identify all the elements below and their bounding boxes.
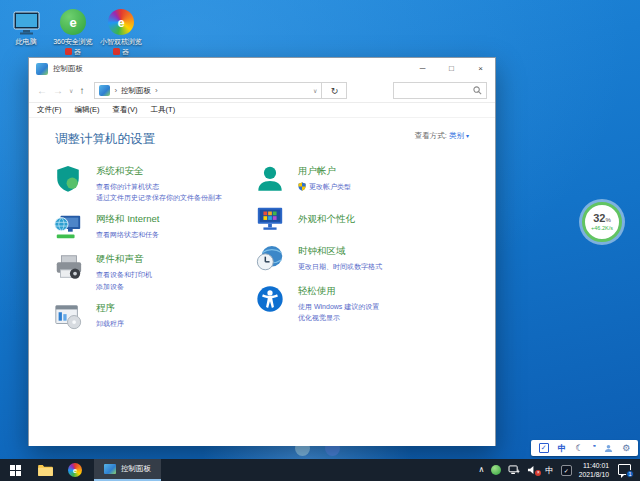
menu-file[interactable]: 文件(F) [37, 105, 62, 115]
menu-view[interactable]: 查看(V) [113, 105, 138, 115]
ime-chinese-mode-icon[interactable]: 中 [558, 444, 567, 453]
memory-percent: 32 [593, 212, 605, 224]
taskbar-task-control-panel[interactable]: 控制面板 [94, 459, 161, 481]
category-hardware-sound: 硬件和声音 查看设备和打印机 添加设备 [53, 252, 255, 291]
close-button[interactable]: × [466, 58, 495, 79]
category-title[interactable]: 轻松使用 [298, 285, 379, 298]
category-link[interactable]: 查看设备和打印机 [96, 269, 152, 280]
touch-keyboard-icon[interactable]: ✓ [561, 465, 572, 476]
start-button[interactable] [0, 459, 30, 481]
network-tray-icon[interactable] [508, 465, 520, 475]
desktop-icon-xiaozhi-browser[interactable]: e 小智双核浏览 器 [97, 7, 145, 57]
desktop-icon-this-pc[interactable]: 此电脑 [2, 7, 50, 47]
address-dropdown-icon[interactable]: ∨ [313, 87, 317, 94]
category-network-internet: 网络和 Internet 查看网络状态和任务 [53, 212, 255, 243]
browser-button[interactable]: e [60, 459, 90, 481]
desktop-icon-label: 小智双核浏览 [97, 38, 145, 47]
windows-logo-icon [10, 465, 21, 476]
breadcrumb-chevron-icon[interactable]: › [155, 86, 158, 95]
category-link[interactable]: 更改日期、时间或数字格式 [298, 261, 382, 272]
promo-badge [113, 48, 120, 55]
printer-icon[interactable] [53, 252, 83, 282]
program-window-icon[interactable] [53, 301, 83, 331]
category-title[interactable]: 外观和个性化 [298, 213, 355, 226]
category-link[interactable]: 优化视觉显示 [298, 312, 379, 323]
minimize-button[interactable]: ─ [408, 58, 437, 79]
ime-account-icon[interactable] [604, 444, 613, 453]
ime-language-indicator[interactable]: 中 [545, 466, 554, 475]
shield-icon[interactable] [53, 164, 83, 194]
network-globe-icon[interactable] [53, 212, 83, 242]
category-clock-region: 时钟和区域 更改日期、时间或数字格式 [255, 244, 465, 275]
speed-ball-widget[interactable]: 32% +46.2K/s [582, 202, 622, 242]
browser-icon: e [68, 463, 82, 477]
task-label: 控制面板 [121, 464, 151, 474]
menu-edit[interactable]: 编辑(E) [75, 105, 100, 115]
personalization-monitor-icon[interactable] [255, 204, 285, 234]
category-link[interactable]: 卸载程序 [96, 318, 124, 329]
mute-x-badge: × [535, 470, 541, 476]
search-box[interactable] [393, 82, 487, 99]
up-button[interactable]: ↑ [79, 86, 84, 96]
desktop-icon-label-line2: 器 [74, 47, 81, 57]
view-by-caret-icon[interactable]: ▾ [466, 133, 469, 139]
ime-settings-gear-icon[interactable]: ⚙ [622, 444, 630, 453]
category-title[interactable]: 程序 [96, 302, 124, 315]
category-title[interactable]: 系统和安全 [96, 165, 222, 178]
category-title[interactable]: 网络和 Internet [96, 213, 159, 226]
category-programs: 程序 卸载程序 [53, 301, 255, 332]
window-icon [36, 63, 48, 75]
desktop-icon-label: 此电脑 [2, 38, 50, 47]
ime-toolbar: ✓ 中 ☾ ’’ ⚙ [531, 440, 638, 456]
control-panel-content: 调整计算机的设置 查看方式: 类别 ▾ [29, 118, 495, 446]
promo-badge [65, 48, 72, 55]
action-center-icon[interactable]: 1 [618, 464, 631, 475]
ease-of-access-icon[interactable] [255, 284, 285, 314]
category-ease-of-access: 轻松使用 使用 Windows 建议的设置 优化视觉显示 [255, 284, 465, 323]
category-link[interactable]: 查看网络状态和任务 [96, 229, 159, 240]
maximize-button[interactable]: □ [437, 58, 466, 79]
breadcrumb[interactable]: 控制面板 [121, 86, 151, 96]
desktop-icon-360-browser[interactable]: e 360安全浏览 器 [49, 7, 97, 57]
ime-handwriting-icon[interactable]: ✓ [539, 443, 549, 453]
hidden-icons-chevron[interactable]: ∧ [478, 466, 484, 474]
category-link[interactable]: 查看你的计算机状态 [96, 181, 222, 192]
category-link[interactable]: 使用 Windows 建议的设置 [298, 301, 379, 312]
search-input[interactable] [398, 87, 473, 94]
360-tray-icon[interactable] [491, 465, 501, 475]
user-icon[interactable] [255, 164, 285, 194]
category-column-right: 用户帐户 更改帐户类型 [255, 164, 465, 341]
taskbar-clock[interactable]: 11:40:01 2021/8/10 [579, 461, 609, 479]
clock-date: 2021/8/10 [579, 470, 609, 479]
address-bar[interactable]: › 控制面板 › ∨ [94, 82, 322, 99]
category-user-accounts: 用户帐户 更改帐户类型 [255, 164, 465, 195]
ime-fullwidth-moon-icon[interactable]: ☾ [575, 444, 583, 453]
view-by-label: 查看方式: [415, 131, 447, 140]
volume-muted-icon[interactable]: × [527, 465, 538, 475]
category-appearance-personalization: 外观和个性化 [255, 204, 465, 235]
clock-time: 11:40:01 [579, 461, 609, 470]
uac-shield-icon [298, 182, 306, 191]
ime-punctuation-icon[interactable]: ’’ [593, 444, 595, 452]
category-link[interactable]: 通过文件历史记录保存你的文件备份副本 [96, 192, 222, 203]
category-title[interactable]: 硬件和声音 [96, 253, 152, 266]
category-link-change-account-type[interactable]: 更改帐户类型 [298, 181, 351, 192]
refresh-icon: ↻ [331, 86, 339, 96]
search-icon [473, 86, 482, 95]
clock-globe-icon[interactable] [255, 244, 285, 274]
view-by-value[interactable]: 类别 [449, 131, 464, 140]
category-column-left: 系统和安全 查看你的计算机状态 通过文件历史记录保存你的文件备份副本 [53, 164, 255, 341]
category-link[interactable]: 添加设备 [96, 281, 152, 292]
category-title[interactable]: 用户帐户 [298, 165, 351, 178]
menu-tools[interactable]: 工具(T) [151, 105, 176, 115]
network-speed: +46.2K/s [591, 225, 613, 231]
refresh-button[interactable]: ↻ [322, 82, 347, 99]
title-bar[interactable]: 控制面板 ─ □ × [29, 58, 495, 79]
file-explorer-button[interactable] [30, 459, 60, 481]
back-button[interactable]: ← [37, 86, 47, 96]
desktop-icon-label: 360安全浏览 [49, 38, 97, 47]
category-title[interactable]: 时钟和区域 [298, 245, 382, 258]
forward-button[interactable]: → [53, 86, 63, 96]
recent-pages-dropdown-icon[interactable]: ∨ [69, 87, 73, 94]
control-panel-icon [104, 464, 116, 474]
